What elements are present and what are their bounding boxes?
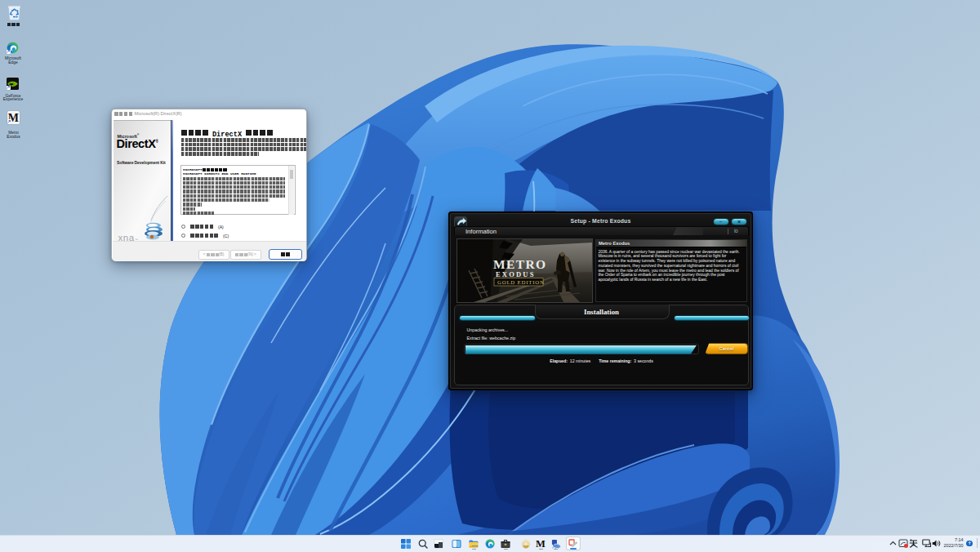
svg-text:GOLD EDITION: GOLD EDITION [497, 278, 545, 284]
svg-text:EXODUS: EXODUS [496, 269, 536, 278]
svg-text:METRO: METRO [493, 257, 547, 271]
